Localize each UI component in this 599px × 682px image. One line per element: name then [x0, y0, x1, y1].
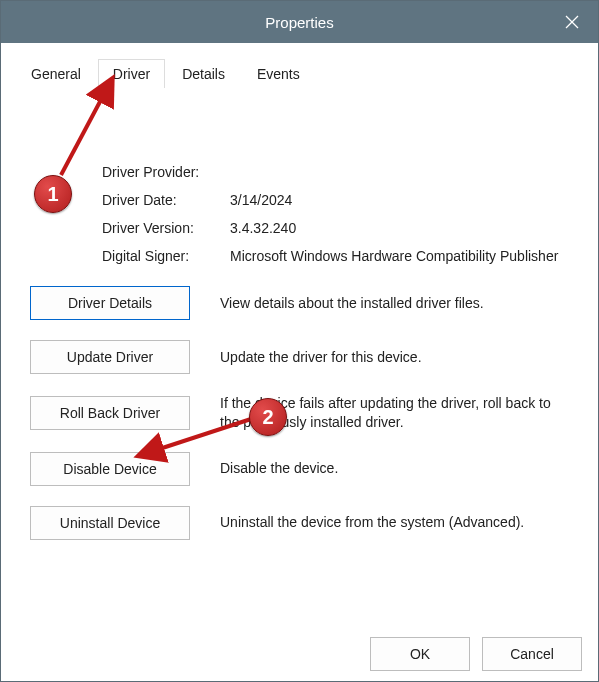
dialog-footer: OK Cancel	[370, 637, 582, 671]
content-area: General Driver Details Events Driver Pro…	[9, 51, 590, 625]
tab-general[interactable]: General	[16, 59, 96, 88]
driver-details-button[interactable]: Driver Details	[30, 286, 190, 320]
roll-back-driver-button[interactable]: Roll Back Driver	[30, 396, 190, 430]
driver-date-label: Driver Date:	[102, 192, 230, 208]
driver-actions: Driver Details View details about the in…	[30, 286, 573, 540]
close-button[interactable]	[546, 1, 598, 43]
driver-info: Driver Provider: Driver Date: 3/14/2024 …	[102, 164, 573, 264]
annotation-callout-1: 1	[34, 175, 72, 213]
driver-version-row: Driver Version: 3.4.32.240	[102, 220, 573, 236]
uninstall-device-desc: Uninstall the device from the system (Ad…	[220, 513, 573, 532]
driver-provider-value	[230, 164, 573, 180]
update-driver-row: Update Driver Update the driver for this…	[30, 340, 573, 374]
driver-version-label: Driver Version:	[102, 220, 230, 236]
driver-details-desc: View details about the installed driver …	[220, 294, 573, 313]
tab-body-driver: Driver Provider: Driver Date: 3/14/2024 …	[10, 88, 589, 624]
disable-device-desc: Disable the device.	[220, 459, 573, 478]
driver-date-value: 3/14/2024	[230, 192, 573, 208]
tab-details[interactable]: Details	[167, 59, 240, 88]
digital-signer-label: Digital Signer:	[102, 248, 230, 264]
annotation-callout-2: 2	[249, 398, 287, 436]
uninstall-device-button[interactable]: Uninstall Device	[30, 506, 190, 540]
tab-strip: General Driver Details Events	[10, 52, 589, 88]
driver-version-value: 3.4.32.240	[230, 220, 573, 236]
disable-device-button[interactable]: Disable Device	[30, 452, 190, 486]
driver-date-row: Driver Date: 3/14/2024	[102, 192, 573, 208]
disable-device-row: Disable Device Disable the device.	[30, 452, 573, 486]
digital-signer-row: Digital Signer: Microsoft Windows Hardwa…	[102, 248, 573, 264]
digital-signer-value: Microsoft Windows Hardware Compatibility…	[230, 248, 573, 264]
roll-back-driver-row: Roll Back Driver If the device fails aft…	[30, 394, 573, 432]
driver-details-row: Driver Details View details about the in…	[30, 286, 573, 320]
update-driver-button[interactable]: Update Driver	[30, 340, 190, 374]
cancel-button[interactable]: Cancel	[482, 637, 582, 671]
update-driver-desc: Update the driver for this device.	[220, 348, 573, 367]
properties-window: Properties General Driver Details Events…	[0, 0, 599, 682]
window-title: Properties	[1, 14, 598, 31]
driver-provider-row: Driver Provider:	[102, 164, 573, 180]
uninstall-device-row: Uninstall Device Uninstall the device fr…	[30, 506, 573, 540]
titlebar: Properties	[1, 1, 598, 43]
tab-driver[interactable]: Driver	[98, 59, 165, 88]
close-icon	[565, 15, 579, 29]
tab-events[interactable]: Events	[242, 59, 315, 88]
driver-provider-label: Driver Provider:	[102, 164, 230, 180]
ok-button[interactable]: OK	[370, 637, 470, 671]
